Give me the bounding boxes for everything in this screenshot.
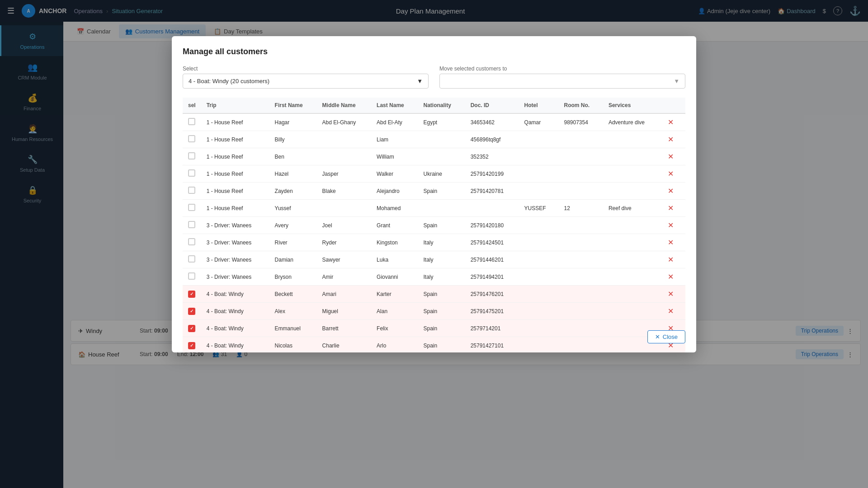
row-checkbox[interactable] bbox=[188, 342, 195, 349]
cell-roomno bbox=[558, 217, 603, 234]
cell-firstname: Bryson bbox=[269, 268, 317, 286]
delete-button[interactable]: ✕ bbox=[666, 152, 675, 161]
row-checkbox[interactable] bbox=[188, 187, 195, 194]
table-row: 4 - Boat: Windy Nicolas Charlie Arlo Spa… bbox=[183, 337, 685, 353]
row-checkbox[interactable] bbox=[188, 135, 195, 142]
modal-overlay: Manage all customers Select 4 - Boat: Wi… bbox=[0, 0, 868, 488]
row-checkbox[interactable] bbox=[188, 152, 195, 160]
cell-middlename: Charlie bbox=[317, 337, 372, 353]
select-dropdown[interactable]: 4 - Boat: Windy (20 customers) ▼ bbox=[183, 74, 429, 89]
cell-middlename: Sawyer bbox=[317, 251, 372, 268]
cell-checkbox[interactable] bbox=[183, 303, 201, 320]
row-checkbox[interactable] bbox=[188, 308, 195, 315]
cell-checkbox[interactable] bbox=[183, 183, 201, 200]
cell-trip: 3 - Driver: Wanees bbox=[201, 268, 269, 286]
cell-roomno bbox=[558, 286, 603, 303]
cell-checkbox[interactable] bbox=[183, 251, 201, 268]
cell-delete[interactable]: ✕ bbox=[660, 268, 685, 286]
cell-services bbox=[603, 251, 660, 268]
row-checkbox[interactable] bbox=[188, 221, 195, 228]
cell-delete[interactable]: ✕ bbox=[660, 217, 685, 234]
delete-button[interactable]: ✕ bbox=[666, 272, 675, 281]
delete-button[interactable]: ✕ bbox=[666, 290, 675, 298]
cell-lastname: William bbox=[371, 148, 418, 165]
col-sel: sel bbox=[183, 98, 201, 113]
modal-title: Manage all customers bbox=[183, 47, 685, 56]
row-checkbox[interactable] bbox=[188, 238, 195, 245]
row-checkbox[interactable] bbox=[188, 255, 195, 263]
cell-nationality: Spain bbox=[418, 320, 465, 337]
cell-services bbox=[603, 286, 660, 303]
cell-nationality: Spain bbox=[418, 217, 465, 234]
cell-firstname: River bbox=[269, 234, 317, 251]
delete-button[interactable]: ✕ bbox=[666, 307, 675, 315]
cell-services: Reef dive bbox=[603, 200, 660, 217]
cell-docid: 25791424501 bbox=[465, 234, 519, 251]
cell-trip: 1 - House Reef bbox=[201, 131, 269, 148]
close-button[interactable]: ✕ Close bbox=[647, 330, 685, 343]
select-label: Select bbox=[183, 66, 429, 72]
cell-hotel bbox=[519, 320, 559, 337]
cell-services bbox=[603, 234, 660, 251]
cell-delete[interactable]: ✕ bbox=[660, 183, 685, 200]
col-nationality: Nationality bbox=[418, 98, 465, 113]
cell-checkbox[interactable] bbox=[183, 217, 201, 234]
cell-checkbox[interactable] bbox=[183, 148, 201, 165]
cell-docid: 34653462 bbox=[465, 113, 519, 131]
row-checkbox[interactable] bbox=[188, 169, 195, 177]
cell-checkbox[interactable] bbox=[183, 320, 201, 337]
cell-checkbox[interactable] bbox=[183, 200, 201, 217]
cell-trip: 4 - Boat: Windy bbox=[201, 286, 269, 303]
cell-roomno bbox=[558, 165, 603, 183]
cell-lastname: Grant bbox=[371, 217, 418, 234]
delete-button[interactable]: ✕ bbox=[666, 255, 675, 264]
move-label: Move selected customers to bbox=[439, 66, 685, 72]
cell-middlename: Amir bbox=[317, 268, 372, 286]
table-row: 4 - Boat: Windy Alex Miguel Alan Spain 2… bbox=[183, 303, 685, 320]
cell-delete[interactable]: ✕ bbox=[660, 251, 685, 268]
row-checkbox[interactable] bbox=[188, 204, 195, 211]
cell-delete[interactable]: ✕ bbox=[660, 148, 685, 165]
cell-checkbox[interactable] bbox=[183, 131, 201, 148]
cell-hotel: Qamar bbox=[519, 113, 559, 131]
cell-nationality bbox=[418, 200, 465, 217]
cell-trip: 1 - House Reef bbox=[201, 200, 269, 217]
cell-delete[interactable]: ✕ bbox=[660, 286, 685, 303]
customers-table: sel Trip First Name Middle Name Last Nam… bbox=[183, 98, 685, 352]
cell-delete[interactable]: ✕ bbox=[660, 234, 685, 251]
cell-trip: 3 - Driver: Wanees bbox=[201, 251, 269, 268]
move-dropdown[interactable]: ▼ bbox=[439, 74, 685, 89]
row-checkbox[interactable] bbox=[188, 118, 195, 125]
delete-button[interactable]: ✕ bbox=[666, 187, 675, 195]
cell-checkbox[interactable] bbox=[183, 268, 201, 286]
row-checkbox[interactable] bbox=[188, 291, 195, 298]
cell-middlename: Amari bbox=[317, 286, 372, 303]
cell-checkbox[interactable] bbox=[183, 234, 201, 251]
row-checkbox[interactable] bbox=[188, 272, 195, 280]
cell-nationality bbox=[418, 131, 465, 148]
delete-button[interactable]: ✕ bbox=[666, 169, 675, 178]
cell-delete[interactable]: ✕ bbox=[660, 165, 685, 183]
row-checkbox[interactable] bbox=[188, 325, 195, 332]
cell-checkbox[interactable] bbox=[183, 113, 201, 131]
cell-firstname: Zayden bbox=[269, 183, 317, 200]
cell-firstname: Billy bbox=[269, 131, 317, 148]
delete-button[interactable]: ✕ bbox=[666, 221, 675, 230]
delete-button[interactable]: ✕ bbox=[666, 135, 675, 144]
cell-services bbox=[603, 165, 660, 183]
cell-delete[interactable]: ✕ bbox=[660, 131, 685, 148]
delete-button[interactable]: ✕ bbox=[666, 204, 675, 212]
cell-hotel: YUSSEF bbox=[519, 200, 559, 217]
cell-docid: 25791420199 bbox=[465, 165, 519, 183]
cell-delete[interactable]: ✕ bbox=[660, 200, 685, 217]
cell-hotel bbox=[519, 286, 559, 303]
cell-checkbox[interactable] bbox=[183, 337, 201, 353]
delete-button[interactable]: ✕ bbox=[666, 238, 675, 247]
cell-delete[interactable]: ✕ bbox=[660, 303, 685, 320]
cell-checkbox[interactable] bbox=[183, 165, 201, 183]
table-row: 1 - House Reef Zayden Blake Alejandro Sp… bbox=[183, 183, 685, 200]
cell-nationality: Spain bbox=[418, 286, 465, 303]
delete-button[interactable]: ✕ bbox=[666, 118, 675, 127]
cell-delete[interactable]: ✕ bbox=[660, 113, 685, 131]
cell-checkbox[interactable] bbox=[183, 286, 201, 303]
